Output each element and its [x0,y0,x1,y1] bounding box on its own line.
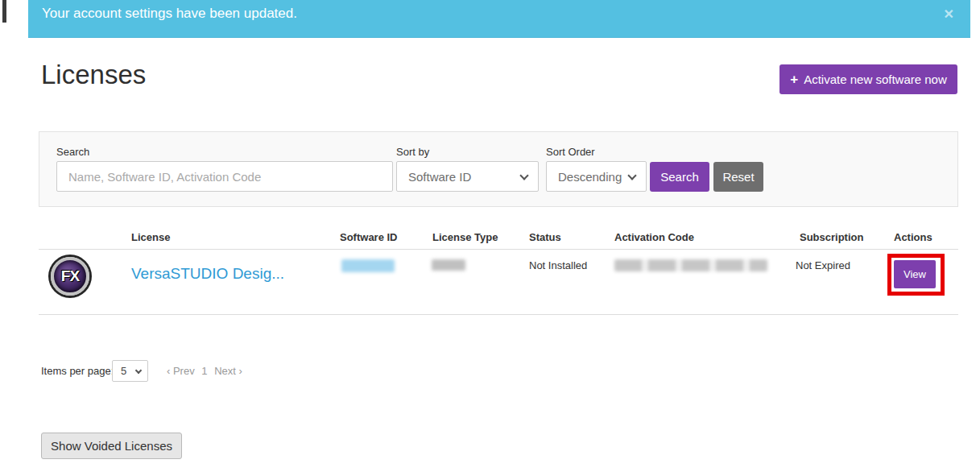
page-title: Licenses [41,60,146,90]
view-button[interactable]: View [894,260,936,288]
column-header-software-id: Software ID [340,231,398,243]
search-label: Search [56,146,89,158]
current-page-number[interactable]: 1 [201,365,207,377]
software-id-redacted [341,259,395,272]
chevron-down-icon [519,171,528,180]
column-header-status: Status [529,231,561,243]
activate-new-software-button[interactable]: + Activate new software now [779,64,957,94]
table-header-divider [39,249,958,250]
chevron-down-icon [627,171,636,180]
sort-order-value: Descending [558,170,622,184]
items-per-page-value: 5 [121,365,126,377]
license-name-link[interactable]: VersaSTUDIO Desig... [131,265,284,283]
sort-order-label: Sort Order [546,146,595,158]
filter-panel: Search Sort by Software ID Sort Order De… [39,131,958,207]
fx-logo-text: FX [61,267,79,285]
sort-by-label: Sort by [396,146,429,158]
status-value: Not Installed [529,259,587,271]
items-per-page-label: Items per page: [41,365,114,377]
banner-message: Your account settings have been updated. [42,6,297,22]
close-icon[interactable]: ✕ [944,6,954,22]
license-type-redacted [432,259,465,271]
column-header-license: License [131,231,170,243]
column-header-license-type: License Type [432,231,498,243]
fx-product-logo-icon: FX [51,257,89,296]
sort-by-select[interactable]: Software ID [396,161,539,192]
items-per-page-select[interactable]: 5 [112,360,148,382]
column-header-actions: Actions [894,231,932,243]
chevron-down-icon [135,367,142,374]
show-voided-licenses-button[interactable]: Show Voided Licenses [41,433,182,459]
notification-banner: Your account settings have been updated.… [28,0,970,38]
window-edge-artifact [2,0,6,23]
column-header-activation-code: Activation Code [614,231,694,243]
column-header-subscription: Subscription [800,231,863,243]
pagination: ‹ Prev 1 Next › [167,365,246,377]
activation-code-redacted [614,259,767,271]
reset-button[interactable]: Reset [713,162,763,192]
subscription-value: Not Expired [796,259,850,271]
plus-icon: + [790,72,798,88]
licenses-page: Your account settings have been updated.… [0,0,980,472]
table-row-divider [39,314,958,315]
sort-by-value: Software ID [408,170,471,184]
activate-button-label: Activate new software now [804,72,947,86]
prev-page-link[interactable]: ‹ Prev [167,365,195,377]
sort-order-select[interactable]: Descending [546,161,647,192]
search-input[interactable] [56,161,393,192]
search-button[interactable]: Search [650,162,709,192]
next-page-link[interactable]: Next › [214,365,242,377]
